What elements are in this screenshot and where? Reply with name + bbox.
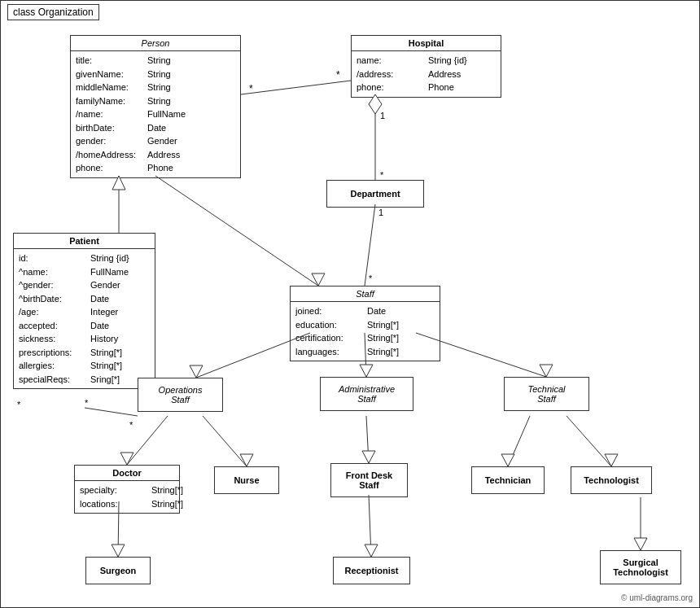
svg-line-7	[365, 204, 375, 286]
svg-line-25	[366, 416, 369, 463]
class-operations-staff-title: OperationsStaff	[138, 378, 222, 411]
svg-text:1: 1	[378, 208, 383, 217]
svg-line-37	[85, 408, 138, 416]
class-administrative-staff-title: AdministrativeStaff	[321, 378, 413, 410]
class-surgeon-title: Surgeon	[86, 558, 150, 584]
class-patient-title: Patient	[14, 234, 155, 249]
svg-marker-24	[240, 454, 253, 466]
class-staff-attrs: joined:Date education:String[*] certific…	[291, 302, 440, 361]
class-hospital: Hospital name:String {id} /address:Addre…	[351, 35, 501, 98]
svg-text:*: *	[129, 420, 133, 430]
class-person-attrs: title:String givenName:String middleName…	[71, 51, 240, 177]
svg-text:*: *	[369, 273, 373, 283]
class-front-desk-staff-title: Front DeskStaff	[331, 464, 407, 496]
class-person-title: Person	[71, 36, 240, 51]
svg-marker-30	[605, 454, 618, 466]
svg-marker-36	[634, 538, 647, 550]
svg-line-23	[203, 416, 247, 466]
class-technologist-title: Technologist	[571, 467, 651, 493]
svg-text:*: *	[85, 398, 89, 408]
class-staff-title: Staff	[291, 287, 440, 302]
svg-marker-26	[362, 451, 375, 463]
svg-text:*: *	[17, 400, 21, 409]
class-technical-staff-title: TechnicalStaff	[505, 378, 588, 410]
svg-line-21	[127, 416, 168, 465]
svg-text:*: *	[380, 170, 384, 180]
svg-marker-13	[312, 273, 325, 286]
diagram-title: class Organization	[7, 4, 99, 20]
class-receptionist: Receptionist	[333, 557, 410, 584]
class-department-title: Department	[327, 181, 423, 207]
svg-marker-20	[540, 365, 553, 377]
class-person: Person title:String givenName:String mid…	[70, 35, 241, 178]
svg-line-12	[155, 176, 318, 286]
svg-line-33	[369, 495, 371, 557]
svg-marker-32	[112, 545, 125, 557]
class-nurse: Nurse	[214, 466, 279, 494]
diagram-container: class Organization Person title:String g…	[0, 0, 700, 608]
svg-line-0	[241, 81, 351, 94]
svg-text:*: *	[336, 69, 340, 81]
class-doctor-title: Doctor	[75, 466, 179, 481]
svg-text:*: *	[249, 83, 253, 94]
class-patient: Patient id:String {id} ^name:FullName ^g…	[13, 233, 155, 389]
class-staff: Staff joined:Date education:String[*] ce…	[290, 286, 440, 361]
class-receptionist-title: Receptionist	[334, 558, 409, 584]
class-surgical-technologist-title: SurgicalTechnologist	[601, 551, 680, 584]
svg-marker-22	[120, 453, 133, 465]
class-doctor-attrs: specialty:String[*] locations:String[*]	[75, 481, 179, 513]
class-patient-attrs: id:String {id} ^name:FullName ^gender:Ge…	[14, 249, 155, 388]
class-surgeon: Surgeon	[85, 557, 151, 584]
class-technician: Technician	[471, 466, 545, 494]
svg-line-27	[508, 416, 530, 466]
svg-line-29	[567, 416, 611, 466]
class-front-desk-staff: Front DeskStaff	[330, 463, 408, 497]
class-operations-staff: OperationsStaff	[138, 378, 223, 412]
class-technical-staff: TechnicalStaff	[504, 377, 589, 411]
class-hospital-title: Hospital	[352, 36, 501, 51]
svg-marker-11	[112, 176, 125, 190]
class-surgical-technologist: SurgicalTechnologist	[600, 550, 681, 584]
class-hospital-attrs: name:String {id} /address:Address phone:…	[352, 51, 501, 97]
class-department: Department	[326, 180, 424, 208]
copyright: © uml-diagrams.org	[621, 593, 693, 602]
class-doctor: Doctor specialty:String[*] locations:Str…	[74, 465, 180, 514]
svg-marker-28	[501, 454, 514, 466]
class-technologist: Technologist	[571, 466, 652, 494]
class-nurse-title: Nurse	[215, 467, 278, 493]
class-technician-title: Technician	[472, 467, 544, 493]
svg-text:1: 1	[380, 111, 385, 120]
class-administrative-staff: AdministrativeStaff	[320, 377, 413, 411]
svg-marker-4	[369, 94, 382, 114]
svg-marker-18	[360, 365, 373, 377]
svg-marker-16	[190, 365, 203, 378]
svg-marker-34	[365, 545, 378, 557]
